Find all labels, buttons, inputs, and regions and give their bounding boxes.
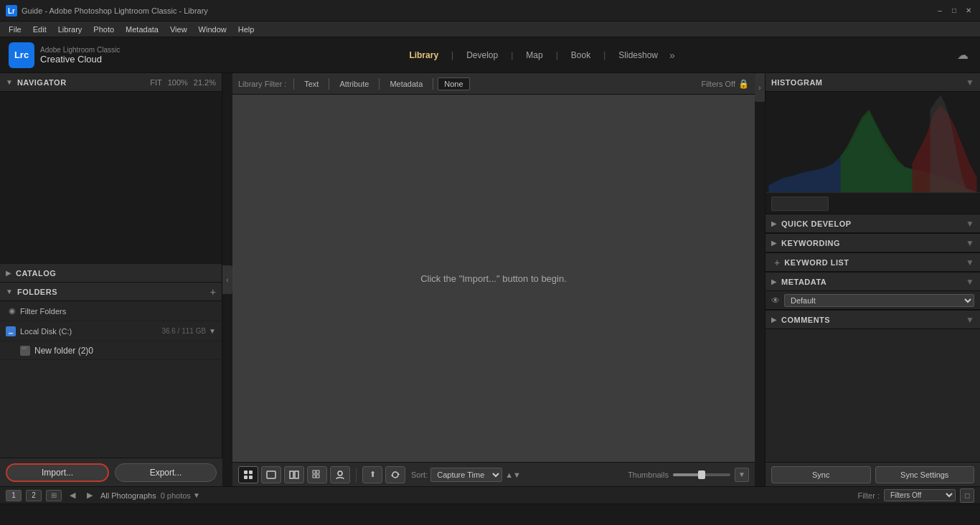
keywording-header[interactable]: ▶ Keywording ▼ xyxy=(765,234,980,252)
keywording-triangle: ▶ xyxy=(771,239,777,247)
filter-folders-item[interactable]: ◉ Filter Folders xyxy=(0,301,222,321)
left-panel-collapse-arrow[interactable]: ‹ xyxy=(222,265,232,294)
metadata-eye-icon[interactable]: 👁 xyxy=(771,295,780,306)
thumbnails-slider[interactable] xyxy=(673,473,730,476)
navigator-title: Navigator xyxy=(17,78,150,87)
filter-none-btn[interactable]: None xyxy=(438,77,469,90)
menu-library[interactable]: Library xyxy=(52,24,88,35)
keyword-list-header[interactable]: + Keyword List ▼ xyxy=(765,253,980,272)
metadata-preset-select[interactable]: Default All Location EXIF IPTC xyxy=(784,294,974,307)
navigator-zoom2[interactable]: 21.2% xyxy=(194,78,216,87)
histogram-header[interactable]: Histogram ▼ xyxy=(765,73,980,92)
sort-select[interactable]: Capture Time Added Order Edit Time Edit … xyxy=(430,468,502,482)
filmstrip-header: 1 2 ⊞ ◀ ▶ All Photographs 0 photos ▼ Fil… xyxy=(0,487,980,504)
filter-label: Library Filter : xyxy=(238,80,286,88)
module-develop[interactable]: Develop xyxy=(456,47,508,63)
main-layout: ▼ Navigator FIT 100% 21.2% ▶ Catalog xyxy=(0,73,980,486)
menu-window[interactable]: Window xyxy=(193,24,232,35)
filmstrip-count-arrow[interactable]: ▼ xyxy=(193,491,200,499)
upload-btn[interactable]: ⬆ xyxy=(362,466,382,483)
disk-expand-arrow[interactable]: ▼ xyxy=(209,327,216,335)
filter-tab-attribute[interactable]: Attribute xyxy=(334,78,374,90)
module-map[interactable]: Map xyxy=(516,47,552,63)
filmstrip-end-btn[interactable]: ◻ xyxy=(960,488,974,503)
menu-metadata[interactable]: Metadata xyxy=(120,24,164,35)
sort-direction-btn[interactable]: ▲▼ xyxy=(505,470,521,479)
filmstrip-prev-btn[interactable]: ◀ xyxy=(66,489,79,502)
navigator-header[interactable]: ▼ Navigator FIT 100% 21.2% xyxy=(0,73,222,92)
navigator-zoom1[interactable]: 100% xyxy=(168,78,188,87)
menu-edit[interactable]: Edit xyxy=(27,24,52,35)
metadata-header[interactable]: ▶ Metadata ▼ xyxy=(765,273,980,291)
folders-add-button[interactable]: + xyxy=(210,286,216,298)
right-panel-collapse-arrow[interactable]: › xyxy=(755,73,765,102)
filter-tab-text[interactable]: Text xyxy=(298,78,324,90)
subfolder-item[interactable]: New folder (2) 0 xyxy=(0,341,222,360)
sync-button[interactable]: Sync xyxy=(771,466,871,483)
svg-point-16 xyxy=(338,471,342,476)
view-loupe-btn[interactable] xyxy=(261,466,281,483)
filter-off-indicator: Filters Off 🔒 xyxy=(702,79,749,89)
module-slideshow[interactable]: Slideshow xyxy=(608,47,668,63)
thumbnails-dropdown[interactable]: ▼ xyxy=(735,468,749,482)
keyword-list-add-btn[interactable]: + xyxy=(774,257,780,268)
filmstrip-source[interactable]: All Photographs xyxy=(100,491,156,500)
view-grid-btn[interactable] xyxy=(238,466,258,483)
module-book[interactable]: Book xyxy=(561,47,600,63)
quick-develop-collapse-arrow[interactable]: ▼ xyxy=(966,219,974,229)
sync-settings-button[interactable]: Sync Settings xyxy=(875,466,975,483)
export-button[interactable]: Export... xyxy=(115,463,217,482)
menu-photo[interactable]: Photo xyxy=(88,24,120,35)
metadata-collapse-arrow[interactable]: ▼ xyxy=(966,277,974,287)
keywording-title: Keywording xyxy=(781,239,966,247)
sort-controls: Sort: Capture Time Added Order Edit Time… xyxy=(411,468,521,482)
menu-view[interactable]: View xyxy=(164,24,193,35)
comments-triangle: ▶ xyxy=(771,316,777,323)
module-library[interactable]: Library xyxy=(399,47,448,63)
view-compare-btn[interactable] xyxy=(284,466,304,483)
import-button[interactable]: Import... xyxy=(6,463,109,482)
filter-sep-2 xyxy=(329,78,329,90)
filter-tab-metadata[interactable]: Metadata xyxy=(384,78,428,90)
navigator-fit[interactable]: FIT xyxy=(150,78,162,87)
view-people-btn[interactable] xyxy=(330,466,350,483)
histogram-collapse-arrow[interactable]: ▼ xyxy=(966,77,974,88)
filter-off-label: Filters Off xyxy=(702,80,735,88)
comments-header[interactable]: ▶ Comments ▼ xyxy=(765,311,980,329)
svg-marker-17 xyxy=(398,473,400,475)
maximize-button[interactable]: □ xyxy=(948,5,960,16)
view-survey-btn[interactable] xyxy=(307,466,327,483)
menu-file[interactable]: File xyxy=(3,24,27,35)
module-expand-arrow[interactable]: » xyxy=(669,49,675,61)
histogram-footer xyxy=(765,192,980,214)
keyword-list-section: + Keyword List ▼ xyxy=(765,252,980,272)
keyword-list-collapse-arrow[interactable]: ▼ xyxy=(966,257,974,268)
filmstrip-next-btn[interactable]: ▶ xyxy=(83,489,96,502)
local-disk-item[interactable]: Local Disk (C:) 36.6 / 111 GB ▼ xyxy=(0,321,222,341)
close-button[interactable]: ✕ xyxy=(963,5,974,16)
filmstrip-filter-select[interactable]: Filters Off Flagged Unflagged Rejected xyxy=(884,489,956,501)
histogram-controls xyxy=(771,197,829,211)
minimize-button[interactable]: – xyxy=(934,5,946,16)
window-controls[interactable]: – □ ✕ xyxy=(934,5,974,16)
comments-collapse-arrow[interactable]: ▼ xyxy=(966,315,974,325)
quick-develop-header[interactable]: ▶ Quick Develop ▼ xyxy=(765,214,980,233)
svg-rect-9 xyxy=(267,471,275,478)
catalog-header[interactable]: ▶ Catalog xyxy=(0,264,222,283)
filmstrip-grid-btn[interactable]: ⊞ xyxy=(46,490,62,501)
app-logo-text: Adobe Lightroom Classic Creative Cloud xyxy=(40,46,120,65)
folders-header[interactable]: ▼ Folders + xyxy=(0,283,222,301)
menu-help[interactable]: Help xyxy=(232,24,260,35)
filmstrip-page-1[interactable]: 1 xyxy=(6,490,22,501)
menu-bar: File Edit Library Photo Metadata View Wi… xyxy=(0,22,980,37)
cloud-icon: ☁ xyxy=(954,47,971,64)
svg-marker-18 xyxy=(391,475,392,477)
keywording-collapse-arrow[interactable]: ▼ xyxy=(966,238,974,248)
filter-bar: Library Filter : Text Attribute Metadata… xyxy=(232,73,755,95)
filmstrip-page-2[interactable]: 2 xyxy=(26,490,42,501)
svg-rect-14 xyxy=(313,475,316,478)
filter-lock-icon[interactable]: 🔒 xyxy=(738,79,749,89)
app-icon: Lr xyxy=(6,5,17,16)
histogram-title: Histogram xyxy=(771,78,966,87)
sync-btn-toolbar[interactable] xyxy=(385,466,405,483)
